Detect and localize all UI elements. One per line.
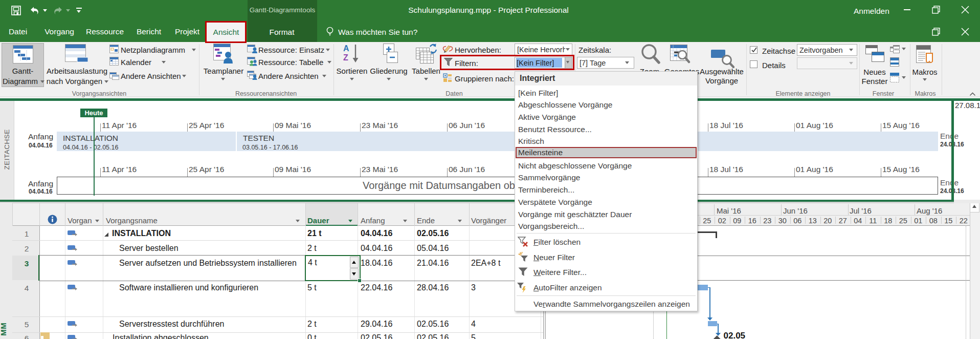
- svg-text:Z: Z: [343, 53, 348, 62]
- svg-text:A: A: [343, 44, 349, 53]
